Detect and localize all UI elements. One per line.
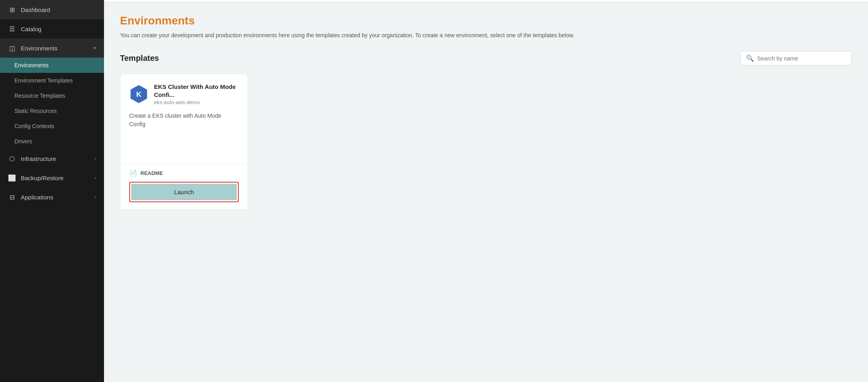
sidebar-item-static-resources[interactable]: Static Resources <box>0 103 104 119</box>
chevron-down-icon: ▾ <box>94 45 96 51</box>
card-footer: 📄 README <box>120 164 248 182</box>
sidebar-item-label-environments: Environments <box>21 45 58 52</box>
catalog-icon: ☰ <box>8 25 16 33</box>
card-header: K EKS Cluster With Auto Mode Confi... ek… <box>129 83 239 105</box>
card-body: K EKS Cluster With Auto Mode Confi... ek… <box>120 74 248 164</box>
sidebar-item-infrastructure[interactable]: ⬡ Infrastructure › <box>0 149 104 168</box>
sidebar-sub-label-drivers: Drivers <box>14 138 32 145</box>
sidebar-item-environments-parent[interactable]: ◫ Environments ▾ <box>0 38 104 58</box>
launch-button-highlight: Launch <box>129 182 239 202</box>
launch-button-wrapper: Launch <box>120 182 248 209</box>
applications-icon: ⊟ <box>8 193 16 201</box>
infrastructure-icon: ⬡ <box>8 155 16 163</box>
search-icon: 🔍 <box>746 54 754 62</box>
sidebar-item-environments[interactable]: Environments <box>0 58 104 73</box>
sidebar-item-drivers[interactable]: Drivers <box>0 134 104 149</box>
search-box[interactable]: 🔍 <box>740 51 852 66</box>
sidebar-sub-label-static-resources: Static Resources <box>14 108 57 114</box>
templates-grid: K EKS Cluster With Auto Mode Confi... ek… <box>120 74 852 210</box>
sidebar-item-config-contexts[interactable]: Config Contexts <box>0 119 104 134</box>
chevron-right-icon-3: › <box>94 194 96 200</box>
sidebar-item-applications[interactable]: ⊟ Applications › <box>0 187 104 207</box>
sidebar-item-dashboard[interactable]: ⊞ Dashboard <box>0 0 104 19</box>
svg-text:K: K <box>136 90 142 99</box>
readme-icon: 📄 <box>129 169 137 177</box>
dashboard-icon: ⊞ <box>8 6 16 14</box>
sidebar-sub-label-environments: Environments <box>14 62 49 68</box>
chevron-right-icon-2: › <box>94 175 96 181</box>
sidebar-sub-label-config-contexts: Config Contexts <box>14 123 54 129</box>
sidebar-item-label-infrastructure: Infrastructure <box>21 155 56 162</box>
environments-icon: ◫ <box>8 44 16 52</box>
sidebar-sub-label-resource-templates: Resource Templates <box>14 92 65 99</box>
content-area: Environments You can create your develop… <box>104 2 868 382</box>
card-title: EKS Cluster With Auto Mode Confi... <box>154 83 239 99</box>
card-subtitle: eks-auto-aws-demo <box>154 99 239 105</box>
chevron-right-icon: › <box>94 156 96 161</box>
sidebar-item-environment-templates[interactable]: Environment Templates <box>0 73 104 88</box>
card-title-block: EKS Cluster With Auto Mode Confi... eks-… <box>154 83 239 105</box>
sidebar-item-backup-restore[interactable]: ⬜ Backup/Restore › <box>0 168 104 187</box>
readme-label: README <box>140 170 163 176</box>
templates-header: Templates 🔍 <box>120 51 852 66</box>
search-input[interactable] <box>757 55 846 62</box>
template-card-eks: K EKS Cluster With Auto Mode Confi... ek… <box>120 74 248 210</box>
sidebar-sub-label-env-templates: Environment Templates <box>14 77 73 84</box>
sidebar-item-catalog[interactable]: ☰ Catalog <box>0 19 104 38</box>
card-description: Create a EKS cluster with Auto Mode Conf… <box>129 112 239 129</box>
templates-section-title: Templates <box>120 54 159 63</box>
page-description: You can create your development and prod… <box>120 31 852 40</box>
sidebar-item-label-backup: Backup/Restore <box>21 175 64 181</box>
sidebar-item-label-catalog: Catalog <box>21 26 42 32</box>
eks-logo-icon: K <box>129 84 148 104</box>
page-title: Environments <box>120 14 852 27</box>
sidebar-item-label-applications: Applications <box>21 194 53 201</box>
launch-button[interactable]: Launch <box>131 184 237 200</box>
sidebar-item-label-dashboard: Dashboard <box>21 6 50 13</box>
sidebar: ⊞ Dashboard ☰ Catalog ◫ Environments ▾ E… <box>0 0 104 382</box>
main-content: Environments You can create your develop… <box>104 0 868 382</box>
backup-icon: ⬜ <box>8 174 16 182</box>
sidebar-item-resource-templates[interactable]: Resource Templates <box>0 88 104 103</box>
